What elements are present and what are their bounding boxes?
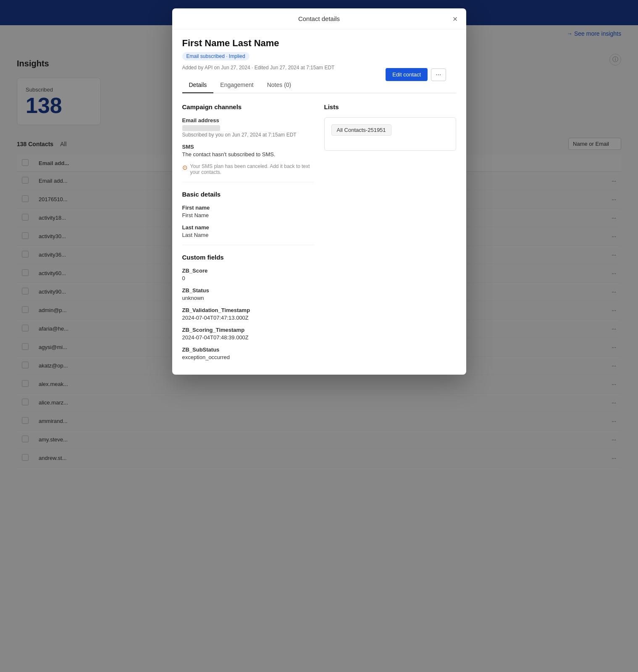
sms-value: The contact hasn't subscribed to SMS. [182, 151, 314, 158]
lists-box: All Contacts-251951 [324, 117, 456, 151]
sms-warning-text: Your SMS plan has been canceled. Add it … [190, 163, 314, 175]
modal-title: Contact details [298, 15, 340, 22]
status-badge: Email subscribed · Implied [182, 52, 249, 60]
custom-fields-title: Custom fields [182, 254, 314, 261]
contact-name: First Name Last Name [182, 38, 456, 49]
custom-field-zb_scoring_timestamp: ZB_Scoring_Timestamp 2024-07-04T07:48:39… [182, 327, 314, 341]
first-name-label: First name [182, 205, 314, 211]
custom-fields-list: ZB_Score 0 ZB_Status unknown ZB_Validati… [182, 268, 314, 360]
modal-body: First Name Last Name Email subscribed · … [172, 29, 466, 375]
cf-label: ZB_SubStatus [182, 346, 314, 353]
list-item[interactable]: All Contacts-251951 [331, 124, 449, 136]
last-name-label: Last name [182, 224, 314, 231]
custom-field-zb_validation_timestamp: ZB_Validation_Timestamp 2024-07-04T07:47… [182, 307, 314, 321]
cf-value: exception_occurred [182, 354, 314, 360]
cf-value: unknown [182, 295, 314, 301]
cf-value: 2024-07-04T07:47:13.000Z [182, 315, 314, 321]
lists-title: Lists [324, 103, 456, 110]
more-actions-button[interactable]: ··· [431, 68, 446, 81]
tab-details[interactable]: Details [182, 77, 214, 93]
warning-icon: ⊙ [182, 164, 188, 171]
last-name-value: Last Name [182, 232, 314, 238]
modal-overlay: Contact details × First Name Last Name E… [0, 0, 638, 672]
email-address-label: Email address [182, 117, 314, 123]
basic-details-title: Basic details [182, 191, 314, 198]
cf-value: 2024-07-04T07:48:39.000Z [182, 334, 314, 341]
custom-field-zb_status: ZB_Status unknown [182, 287, 314, 301]
basic-details-section: Basic details First name First Name Last… [182, 191, 314, 238]
custom-fields-section: Custom fields ZB_Score 0 ZB_Status unkno… [182, 254, 314, 360]
sms-section: SMS The contact hasn't subscribed to SMS… [182, 144, 314, 175]
left-column: Campaign channels Email address Subscrib… [182, 103, 314, 367]
right-column: Lists All Contacts-251951 [324, 103, 456, 367]
sms-warning-row: ⊙ Your SMS plan has been canceled. Add i… [182, 163, 314, 175]
email-address-value: Subscribed by you on Jun 27, 2024 at 7:1… [182, 125, 314, 138]
cf-label: ZB_Validation_Timestamp [182, 307, 314, 313]
custom-field-zb_score: ZB_Score 0 [182, 268, 314, 281]
custom-field-zb_substatus: ZB_SubStatus exception_occurred [182, 346, 314, 360]
cf-label: ZB_Score [182, 268, 314, 274]
tab-engagement[interactable]: Engagement [213, 77, 260, 93]
contact-actions: Edit contact ··· [386, 68, 446, 81]
tab-notes-0[interactable]: Notes (0) [260, 77, 298, 93]
modal-header: Contact details × [172, 8, 466, 29]
email-redacted [182, 125, 220, 131]
lists-list: All Contacts-251951 [331, 124, 449, 136]
cf-label: ZB_Status [182, 287, 314, 294]
campaign-channels-title: Campaign channels [182, 103, 314, 110]
email-subscribed-note: Subscribed by you on Jun 27, 2024 at 7:1… [182, 132, 314, 138]
sms-label: SMS [182, 144, 314, 150]
list-tag: All Contacts-251951 [331, 124, 391, 136]
close-button[interactable]: × [451, 13, 459, 25]
email-address-section: Email address Subscribed by you on Jun 2… [182, 117, 314, 138]
cf-value: 0 [182, 275, 314, 281]
first-name-value: First Name [182, 212, 314, 218]
cf-label: ZB_Scoring_Timestamp [182, 327, 314, 333]
edit-contact-button[interactable]: Edit contact [386, 68, 428, 81]
contact-details-modal: Contact details × First Name Last Name E… [172, 8, 466, 375]
details-grid: Campaign channels Email address Subscrib… [182, 103, 456, 367]
